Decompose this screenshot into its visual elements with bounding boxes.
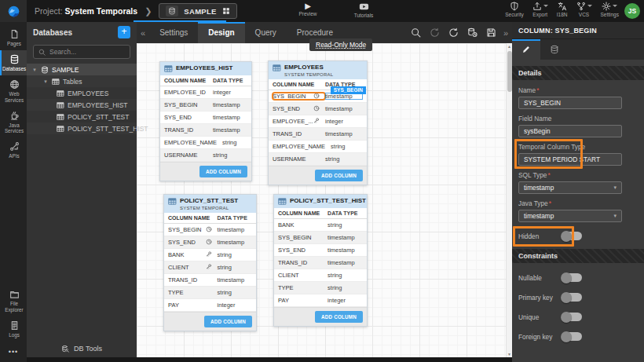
tree-item-database[interactable]: ▾SAMPLE (27, 64, 137, 75)
collapse-left-icon[interactable]: « (137, 28, 149, 38)
security-button[interactable]: Security (505, 2, 523, 17)
table-row-employee-[interactable]: EMPLOYEE_...integer (269, 115, 367, 128)
caret-expanded-icon[interactable]: ▾ (31, 67, 38, 73)
toggle-primary-key[interactable] (562, 293, 582, 302)
tab-query[interactable]: Query (245, 22, 287, 43)
table-row-sys-begin[interactable]: SYS_BEGINtimestamp (274, 232, 367, 244)
search-input[interactable] (49, 48, 125, 56)
toggle-unique[interactable] (562, 313, 582, 321)
table-row-trans-id[interactable]: TRANS_IDtimestamp (269, 128, 367, 141)
table-row-employee-name[interactable]: EMPLOYEE_NAMEstring (160, 137, 251, 149)
avatar[interactable]: JS (624, 3, 640, 19)
add-column-button[interactable]: ADD COLUMN (204, 316, 252, 327)
table-row-sys-end[interactable]: SYS_ENDtimestamp (274, 244, 367, 257)
inspector-panel: COLUMN: SYS_BEGIN Details Name*SYS_BEGIN… (512, 22, 644, 362)
sidebar-item-databases[interactable]: Databases (0, 50, 27, 75)
save-icon[interactable] (486, 27, 496, 38)
add-column-button[interactable]: ADD COLUMN (199, 166, 247, 177)
table-row-bank[interactable]: BANKstring (164, 249, 256, 261)
more-options-button[interactable]: ••• (0, 342, 27, 362)
column-name-cell: EMPLOYEE_NAME (273, 143, 331, 150)
column-name-cell: TYPE (278, 284, 327, 291)
table-card-employees[interactable]: EMPLOYEESSYSTEM TEMPORALCOLUMN NAMEDATA … (268, 60, 368, 185)
table-row-sys-begin[interactable]: SYS_BEGINtimestampSYS_BEGIN (269, 90, 367, 103)
table-row-type[interactable]: TYPEstring (164, 287, 256, 299)
scroll-down-icon[interactable]: ▼ (507, 351, 512, 357)
toggle-nullable[interactable] (562, 273, 582, 282)
db-tools-button[interactable]: DB Tools (27, 340, 137, 357)
vcs-button[interactable]: VCS (576, 2, 592, 17)
sidebar-item-logs[interactable]: Logs (0, 316, 27, 342)
db-history-icon[interactable] (467, 27, 478, 38)
table-card-policy-stt-test[interactable]: POLICY_STT_TESTSYSTEM TEMPORALCOLUMN NAM… (163, 194, 257, 331)
table-row-pay[interactable]: PAYinteger (164, 299, 256, 312)
add-column-button[interactable]: ADD COLUMN (315, 311, 363, 323)
table-card-header[interactable]: POLICY_STT_TEST_HIST (274, 195, 367, 208)
table-card-header[interactable]: EMPLOYEES_HIST (160, 62, 251, 75)
table-row-employee-name[interactable]: EMPLOYEE_NAMEstring (269, 141, 367, 153)
table-card-employees-hist[interactable]: EMPLOYEES_HISTCOLUMN NAMEDATA TYPEEMPLOY… (159, 61, 252, 181)
table-row-employee-id[interactable]: EMPLOYEE_IDinteger (160, 86, 251, 99)
tab-column-data[interactable] (540, 39, 569, 60)
table-card-header[interactable]: EMPLOYEESSYSTEM TEMPORAL (269, 61, 367, 79)
canvas-vertical-scrollbar[interactable]: ▲ ▼ (506, 43, 512, 357)
table-row-username[interactable]: USERNAMEstring (160, 149, 251, 162)
table-row-username[interactable]: USERNAMEstring (269, 153, 367, 166)
table-row-sys-begin[interactable]: SYS_BEGINtimestamp (164, 224, 256, 236)
sync-icon-disabled[interactable] (430, 27, 440, 38)
toggle-foreign-key[interactable] (562, 332, 582, 341)
table-row-client[interactable]: CLIENTstring (164, 261, 256, 274)
table-card-header[interactable]: POLICY_STT_TESTSYSTEM TEMPORAL (164, 195, 256, 213)
scroll-up-icon[interactable]: ▲ (507, 43, 512, 49)
sidebar-item-apis[interactable]: APIs (0, 137, 27, 163)
table-row-sys-begin[interactable]: SYS_BEGINtimestamp (160, 99, 251, 112)
input-temporal-column-type[interactable]: SYSTEM PERIOD START (518, 153, 622, 166)
tree-item-table-policy-stt-test-hist[interactable]: POLICY_STT_TEST_HIST (27, 122, 137, 134)
export-button[interactable]: Export (532, 2, 548, 17)
table-row-trans-id[interactable]: TRANS_IDtimestamp (160, 124, 251, 137)
input-field-name[interactable]: sysBegin (518, 125, 622, 137)
table-row-sys-end[interactable]: SYS_ENDtimestamp (269, 103, 367, 115)
tab-design[interactable]: Design (198, 22, 244, 43)
collapse-right-icon[interactable]: » (499, 28, 512, 38)
design-canvas[interactable]: EMPLOYEES_HISTCOLUMN NAMEDATA TYPEEMPLOY… (137, 43, 506, 357)
toggle-hidden[interactable] (562, 232, 582, 240)
grid-icon[interactable] (222, 7, 230, 15)
sidebar-item-file-explorer[interactable]: File Explorer (0, 285, 27, 316)
sync-icon[interactable] (448, 27, 459, 38)
tab-edit-column[interactable] (512, 39, 540, 60)
caret-expanded-icon[interactable]: ▾ (42, 79, 49, 85)
table-row-trans-id[interactable]: TRANS_IDtimestamp (274, 257, 367, 269)
table-row-trans-id[interactable]: TRANS_IDtimestamp (164, 274, 256, 287)
select-java-type[interactable]: timestamp▾ (518, 210, 622, 222)
tree-item-tables-folder[interactable]: ▾Tables (27, 75, 137, 87)
tab-settings[interactable]: Settings (149, 22, 198, 43)
table-row-bank[interactable]: BANKstring (274, 219, 367, 232)
table-row-sys-end[interactable]: SYS_ENDtimestamp (164, 236, 256, 249)
settings-button[interactable]: Settings (601, 2, 620, 17)
add-column-button[interactable]: ADD COLUMN (315, 170, 363, 181)
data-type-cell: timestamp (213, 114, 247, 121)
sidebar-item-java-services[interactable]: Java Services (0, 107, 27, 137)
tab-sample[interactable]: SAMPLE (159, 3, 236, 19)
input-name[interactable]: SYS_BEGIN (518, 97, 622, 109)
sidebar-item-web-services[interactable]: Web Services (0, 75, 27, 106)
table-row-client[interactable]: CLIENTstring (274, 269, 367, 282)
sidebar-item-pages[interactable]: Pages (0, 25, 27, 50)
app-logo[interactable] (0, 0, 27, 22)
add-database-button[interactable]: + (118, 26, 130, 38)
preview-button[interactable]: ▶ Preview (292, 2, 324, 16)
table-row-sys-end[interactable]: SYS_ENDtimestamp (160, 112, 251, 124)
tutorials-button[interactable]: Tutorials (348, 2, 379, 18)
table-row-type[interactable]: TYPEstring (274, 282, 367, 294)
search-icon[interactable] (411, 27, 421, 38)
data-type: integer (327, 297, 346, 304)
column-name-cell: TRANS_ID (164, 126, 213, 133)
table-card-policy-stt-test-hist[interactable]: POLICY_STT_TEST_HISTCOLUMN NAMEDATA TYPE… (273, 194, 368, 327)
tree-item-table-employees[interactable]: EMPLOYEES (27, 87, 137, 99)
table-row-pay[interactable]: PAYinteger (274, 294, 367, 307)
tree-item-table-policy-stt-test[interactable]: POLICY_STT_TEST (27, 111, 137, 122)
tree-item-table-employees-hist[interactable]: EMPLOYEES_HIST (27, 99, 137, 111)
i18n-button[interactable]: I18N (557, 2, 568, 17)
select-sql-type[interactable]: timestamp▾ (518, 181, 622, 194)
